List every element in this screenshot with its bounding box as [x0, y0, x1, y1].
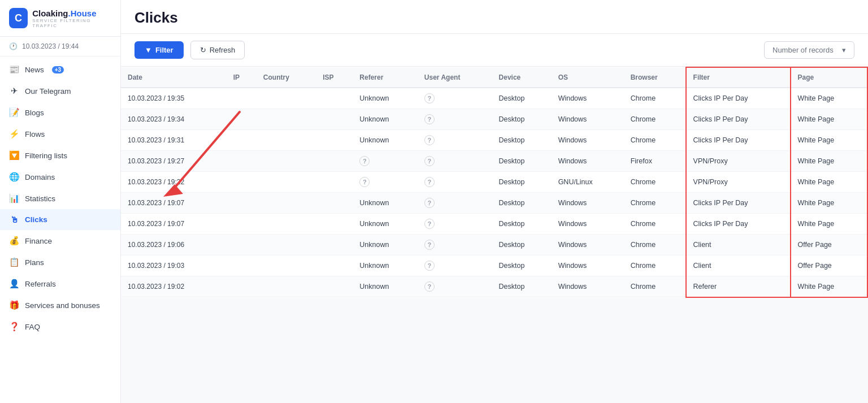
cell-browser: Chrome: [624, 276, 686, 297]
nav-icon-filtering: 🔽: [9, 150, 19, 161]
clicks-table-wrap[interactable]: Date IP Country ISP Referer User Agent D…: [121, 67, 868, 403]
nav-icon-blogs: 📝: [9, 107, 19, 118]
cell-country: [257, 214, 316, 235]
cell-user-agent: ?: [418, 214, 492, 235]
cell-referer: Unknown: [353, 235, 418, 255]
cell-referer: Unknown: [353, 255, 418, 276]
cell-os: Windows: [552, 214, 624, 235]
user-agent-icon: ?: [424, 156, 435, 166]
table-row: 10.03.2023 / 19:22 ? ? Desktop GNU/Linux…: [121, 172, 867, 193]
cell-page: White Page: [791, 130, 867, 151]
col-device: Device: [492, 67, 552, 88]
cell-isp: [316, 130, 353, 151]
referer-value: Unknown: [359, 94, 389, 102]
logo-accent: .House: [68, 8, 97, 18]
referer-value: Unknown: [359, 136, 389, 144]
sidebar: C Cloaking.House SERVICE FILTERING TRAFF…: [0, 0, 121, 403]
nav-label-telegram: Our Telegram: [25, 87, 71, 96]
filter-button[interactable]: ▼ Filter: [134, 41, 184, 59]
nav-icon-faq: ❓: [9, 322, 19, 332]
nav-label-plans: Plans: [25, 258, 44, 267]
cell-os: Windows: [552, 235, 624, 255]
referer-value: Unknown: [359, 283, 389, 291]
nav-icon-telegram: ✈: [9, 86, 19, 96]
user-agent-icon: ?: [424, 135, 435, 145]
cell-country: [257, 235, 316, 255]
logo: C Cloaking.House SERVICE FILTERING TRAFF…: [0, 0, 120, 37]
cell-page: White Page: [791, 88, 867, 109]
sidebar-nav: 📰 News +3 ✈ Our Telegram 📝 Blogs ⚡ Flows…: [0, 57, 120, 403]
col-date: Date: [121, 67, 227, 88]
sidebar-item-telegram[interactable]: ✈ Our Telegram: [0, 80, 120, 102]
sidebar-item-flows[interactable]: ⚡ Flows: [0, 123, 120, 145]
sidebar-item-clicks[interactable]: 🖱 Clicks: [0, 209, 120, 230]
cell-device: Desktop: [492, 172, 552, 193]
nav-icon-referrals: 👤: [9, 279, 19, 289]
cell-country: [257, 193, 316, 214]
col-referer: Referer: [353, 67, 418, 88]
sidebar-item-finance[interactable]: 💰 Finance: [0, 230, 120, 252]
cell-date: 10.03.2023 / 19:31: [121, 130, 227, 151]
cell-filter: Client: [686, 255, 791, 276]
user-agent-icon: ?: [424, 219, 435, 229]
sidebar-item-domains[interactable]: 🌐 Domains: [0, 166, 120, 188]
sidebar-item-blogs[interactable]: 📝 Blogs: [0, 102, 120, 123]
cell-filter: Client: [686, 235, 791, 255]
referer-value: Unknown: [359, 115, 389, 123]
cell-device: Desktop: [492, 235, 552, 255]
nav-label-statistics: Statistics: [25, 194, 55, 203]
col-filter: Filter: [686, 67, 791, 88]
sidebar-item-services[interactable]: 🎁 Services and bonuses: [0, 294, 120, 316]
cell-user-agent: ?: [418, 255, 492, 276]
user-agent-icon: ?: [424, 261, 435, 271]
cell-date: 10.03.2023 / 19:22: [121, 172, 227, 193]
cell-page: Offer Page: [791, 255, 867, 276]
cell-filter: Clicks IP Per Day: [686, 193, 791, 214]
table-body: 10.03.2023 / 19:35 Unknown ? Desktop Win…: [121, 88, 867, 297]
sidebar-item-filtering[interactable]: 🔽 Filtering lists: [0, 145, 120, 166]
table-row: 10.03.2023 / 19:07 Unknown ? Desktop Win…: [121, 193, 867, 214]
sidebar-item-referrals[interactable]: 👤 Referrals: [0, 273, 120, 294]
cell-date: 10.03.2023 / 19:03: [121, 255, 227, 276]
cell-device: Desktop: [492, 151, 552, 172]
cell-date: 10.03.2023 / 19:07: [121, 214, 227, 235]
nav-icon-finance: 💰: [9, 236, 19, 246]
nav-label-news: News: [25, 66, 44, 74]
cell-browser: Chrome: [624, 109, 686, 130]
cell-browser: Chrome: [624, 235, 686, 255]
cell-country: [257, 172, 316, 193]
sidebar-item-plans[interactable]: 📋 Plans: [0, 252, 120, 273]
cell-browser: Chrome: [624, 172, 686, 193]
cell-user-agent: ?: [418, 130, 492, 151]
refresh-button[interactable]: ↻ Refresh: [190, 41, 245, 59]
refresh-icon: ↻: [200, 46, 206, 54]
cell-country: [257, 151, 316, 172]
page-title: Clicks: [134, 9, 854, 27]
table-row: 10.03.2023 / 19:31 Unknown ? Desktop Win…: [121, 130, 867, 151]
logo-sub: SERVICE FILTERING TRAFFIC: [32, 18, 111, 28]
cell-page: White Page: [791, 214, 867, 235]
cell-isp: [316, 214, 353, 235]
table-container: Date IP Country ISP Referer User Agent D…: [121, 67, 868, 403]
referer-value: Unknown: [359, 262, 389, 270]
records-dropdown[interactable]: Number of records ▾: [764, 41, 854, 59]
sidebar-item-statistics[interactable]: 📊 Statistics: [0, 188, 120, 209]
cell-ip: [227, 172, 257, 193]
cell-ip: [227, 235, 257, 255]
col-page: Page: [791, 67, 867, 88]
cell-os: Windows: [552, 151, 624, 172]
cell-country: [257, 130, 316, 151]
nav-icon-services: 🎁: [9, 300, 19, 310]
cell-os: Windows: [552, 88, 624, 109]
cell-referer: Unknown: [353, 214, 418, 235]
cell-isp: [316, 88, 353, 109]
logo-icon: C: [9, 8, 28, 28]
cell-referer: Unknown: [353, 130, 418, 151]
question-icon: ?: [359, 156, 370, 166]
cell-date: 10.03.2023 / 19:06: [121, 235, 227, 255]
nav-icon-clicks: 🖱: [9, 215, 19, 224]
sidebar-item-faq[interactable]: ❓ FAQ: [0, 316, 120, 337]
sidebar-item-news[interactable]: 📰 News +3: [0, 59, 120, 80]
cell-country: [257, 276, 316, 297]
sidebar-time: 🕐 10.03.2023 / 19:44: [0, 37, 120, 57]
